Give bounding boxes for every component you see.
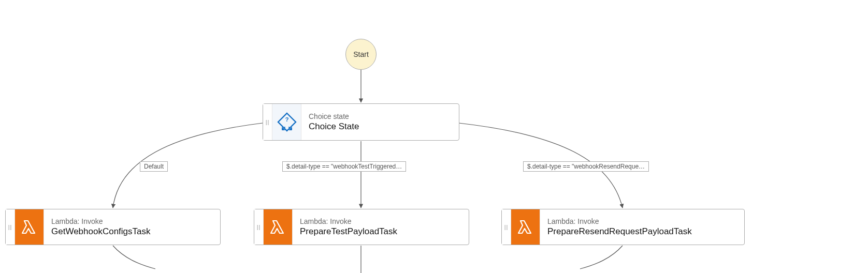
prepare-resend-request-payload-task-node[interactable]: || Lambda: Invoke PrepareResendRequestPa…	[501, 209, 745, 245]
edge-label-default: Default	[140, 161, 168, 172]
lambda-icon	[15, 209, 44, 245]
lambda-icon	[511, 209, 540, 245]
lambda-icon	[264, 209, 293, 245]
prepare-test-payload-task-node[interactable]: || Lambda: Invoke PrepareTestPayloadTask	[254, 209, 469, 245]
drag-handle-icon[interactable]: ||	[502, 209, 511, 245]
task-type-label: Lambda: Invoke	[51, 217, 151, 226]
choice-state-type-label: Choice state	[309, 112, 359, 121]
choice-state-node[interactable]: || ? Choice state Choice State	[263, 103, 459, 141]
task-title: PrepareResendRequestPayloadTask	[547, 226, 692, 237]
task-title: GetWebhookConfigsTask	[51, 226, 151, 237]
edge-label-resend: $.detail-type == "webhookResendReque…	[523, 161, 649, 172]
edge-label-test: $.detail-type == "webhookTestTriggered…	[282, 161, 406, 172]
task-title: PrepareTestPayloadTask	[300, 226, 397, 237]
task-type-label: Lambda: Invoke	[300, 217, 397, 226]
drag-handle-icon[interactable]: ||	[6, 209, 15, 245]
svg-text:?: ?	[285, 116, 288, 123]
start-node[interactable]: Start	[345, 39, 377, 70]
drag-handle-icon[interactable]: ||	[254, 209, 264, 245]
start-label: Start	[353, 50, 369, 58]
choice-state-icon: ?	[272, 104, 301, 140]
get-webhook-configs-task-node[interactable]: || Lambda: Invoke GetWebhookConfigsTask	[5, 209, 221, 245]
choice-state-title: Choice State	[309, 121, 359, 132]
task-type-label: Lambda: Invoke	[547, 217, 692, 226]
drag-handle-icon[interactable]: ||	[263, 104, 272, 140]
